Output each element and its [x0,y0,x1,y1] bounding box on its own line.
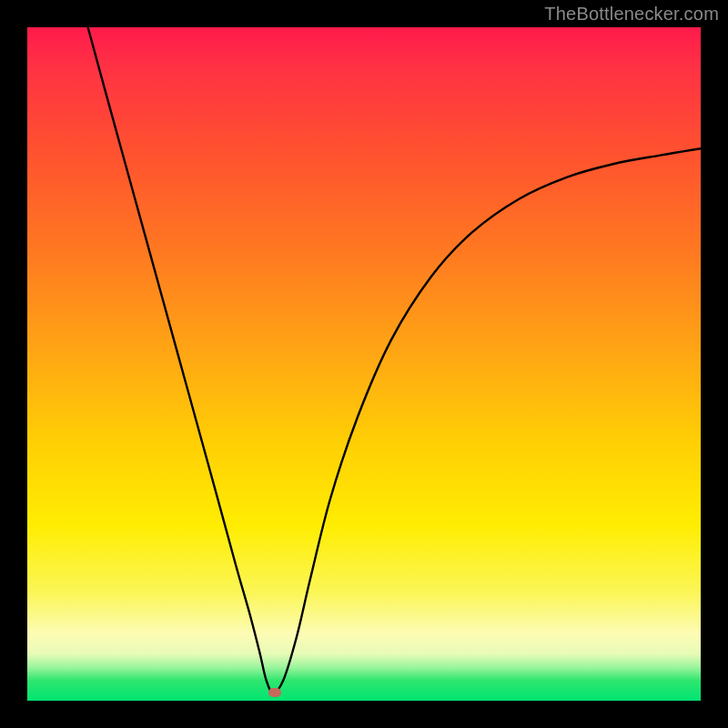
optimal-point-marker [268,688,281,697]
plot-area [27,27,701,701]
bottleneck-curve [27,27,701,701]
chart-frame: TheBottlenecker.com [0,0,728,728]
watermark-text: TheBottlenecker.com [544,4,719,25]
